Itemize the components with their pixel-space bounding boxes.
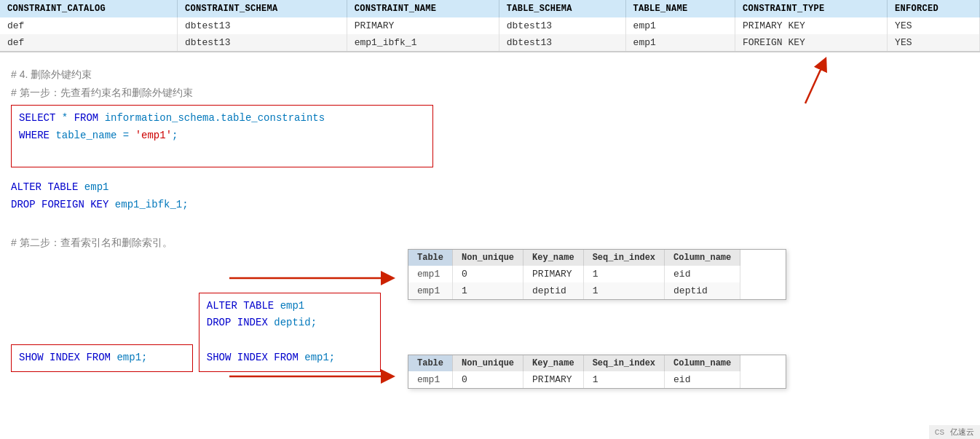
result-table-2: Table Non_unique Key_name Seq_in_index C… — [408, 355, 740, 388]
constraint-table: CONSTRAINT_CATALOG CONSTRAINT_SCHEMA CON… — [0, 0, 980, 51]
table-row: emp1 0 PRIMARY 1 eid — [408, 266, 740, 282]
result-table-1: Table Non_unique Key_name Seq_in_index C… — [408, 250, 740, 299]
cell: emp1 — [408, 266, 453, 282]
col-constraint-name: CONSTRAINT_NAME — [347, 0, 499, 17]
cell: dbtest13 — [499, 34, 625, 51]
rt2-col-keyname: Key_name — [523, 355, 584, 371]
cell: eid — [665, 371, 740, 388]
show-index-line1: SHOW INDEX FROM emp1; — [19, 349, 185, 367]
cell: 0 — [453, 371, 523, 388]
cell: eid — [665, 266, 740, 282]
show-index-line2: SHOW INDEX FROM emp1; — [207, 349, 373, 367]
cursor-line — [19, 145, 425, 162]
result-table-2-container: Table Non_unique Key_name Seq_in_index C… — [408, 355, 786, 389]
cell: emp1_ibfk_1 — [347, 34, 499, 51]
cell: deptid — [665, 282, 740, 299]
cell: emp1 — [408, 371, 453, 388]
col-constraint-type: CONSTRAINT_TYPE — [735, 0, 887, 17]
cell: dbtest13 — [178, 34, 347, 51]
arrow-right-1-icon — [226, 267, 400, 289]
cell: 1 — [583, 371, 664, 388]
rt1-col-seqinindex: Seq_in_index — [583, 250, 664, 266]
arrow-up-icon — [776, 56, 834, 107]
cs-label: CS — [935, 428, 944, 437]
cell: deptid — [523, 282, 584, 299]
cell: emp1 — [625, 17, 735, 34]
cell: emp1 — [625, 34, 735, 51]
cell: YES — [888, 17, 980, 34]
col-table-schema: TABLE_SCHEMA — [499, 0, 625, 17]
cell: PRIMARY — [523, 266, 584, 282]
alter2-line2: DROP INDEX deptid; — [207, 315, 373, 332]
svg-line-0 — [805, 63, 823, 103]
alter1-line1: ALTER TABLE emp1 — [11, 179, 969, 197]
table-row: emp1 0 PRIMARY 1 eid — [408, 371, 740, 388]
rt1-col-colname: Column_name — [665, 250, 740, 266]
show-index-block1: SHOW INDEX FROM emp1; — [11, 344, 193, 372]
rt2-col-colname: Column_name — [665, 355, 740, 371]
select-sql-block: SELECT * FROM information_schema.table_c… — [11, 105, 433, 167]
cell: 1 — [583, 266, 664, 282]
col-enforced: ENFORCED — [888, 0, 980, 17]
rt1-col-keyname: Key_name — [523, 250, 584, 266]
result-table-1-container: Table Non_unique Key_name Seq_in_index C… — [408, 249, 786, 300]
alter-index-block: ALTER TABLE emp1 DROP INDEX deptid; SHOW… — [199, 293, 381, 372]
cell: def — [0, 34, 178, 51]
cell: emp1 — [408, 282, 453, 299]
alter-fk-block: ALTER TABLE emp1 DROP FOREIGN KEY emp1_i… — [11, 178, 969, 215]
rt2-col-table: Table — [408, 355, 453, 371]
bottom-bar: CS 亿速云 — [929, 425, 980, 439]
cell: FOREIGN KEY — [735, 34, 887, 51]
col-constraint-schema: CONSTRAINT_SCHEMA — [178, 0, 347, 17]
arrow-right-2-icon — [226, 365, 400, 387]
table-row: emp1 1 deptid 1 deptid — [408, 282, 740, 299]
cell: 0 — [453, 266, 523, 282]
select-line1: SELECT * FROM information_schema.table_c… — [19, 110, 425, 127]
col-constraint-catalog: CONSTRAINT_CATALOG — [0, 0, 178, 17]
cell: dbtest13 — [499, 17, 625, 34]
cell: PRIMARY KEY — [735, 17, 887, 34]
main-content: # 4. 删除外键约束 # 第一步：先查看约束名和删除外键约束 SELECT *… — [0, 52, 980, 409]
col-table-name: TABLE_NAME — [625, 0, 735, 17]
top-table-section: CONSTRAINT_CATALOG CONSTRAINT_SCHEMA CON… — [0, 0, 980, 52]
cell: YES — [888, 34, 980, 51]
rt2-col-seqinindex: Seq_in_index — [583, 355, 664, 371]
cell: 1 — [453, 282, 523, 299]
table-row: def dbtest13 emp1_ibfk_1 dbtest13 emp1 F… — [0, 34, 980, 51]
alter2-line1: ALTER TABLE emp1 — [207, 298, 373, 315]
cell: PRIMARY — [347, 17, 499, 34]
rt1-col-table: Table — [408, 250, 453, 266]
cell: dbtest13 — [178, 17, 347, 34]
alter2-line3 — [207, 332, 373, 349]
rt1-col-nonunique: Non_unique — [453, 250, 523, 266]
table-row: def dbtest13 PRIMARY dbtest13 emp1 PRIMA… — [0, 17, 980, 34]
select-line2: WHERE table_name = 'emp1'; — [19, 127, 425, 145]
cell: PRIMARY — [523, 371, 584, 388]
logo-text: 亿速云 — [950, 427, 974, 438]
rt2-col-nonunique: Non_unique — [453, 355, 523, 371]
cell: def — [0, 17, 178, 34]
cell: 1 — [583, 282, 664, 299]
alter1-line2: DROP FOREIGN KEY emp1_ibfk_1; — [11, 197, 969, 214]
